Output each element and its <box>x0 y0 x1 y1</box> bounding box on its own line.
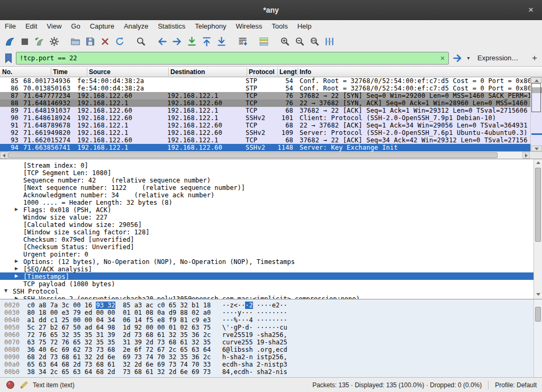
hex-row-0070[interactable]: 0070 63 75 72 76 65 32 35 35 31 39 2d 73… <box>4 339 542 346</box>
packet-row-92[interactable]: 9271.661949820192.168.122.1192.168.122.6… <box>0 129 530 136</box>
detail-row[interactable]: [TCP Segment Len: 1080] <box>0 169 542 176</box>
expression-button[interactable]: Expression… <box>477 50 518 67</box>
hex-row-0060[interactable]: 0060 72 76 65 32 35 35 31 39 2d 73 68 61… <box>4 331 542 339</box>
column-header-info[interactable]: Info <box>300 67 530 77</box>
filter-bookmark-icon[interactable] <box>3 52 14 64</box>
packet-row-90[interactable]: 9071.648618924192.168.122.60192.168.122.… <box>0 114 530 122</box>
find-packet-button[interactable] <box>133 34 148 48</box>
expand-arrow-icon[interactable]: ▶ <box>15 258 23 265</box>
stop-capture-button[interactable] <box>17 34 32 48</box>
colorize-button[interactable] <box>256 34 271 48</box>
scroll-right-arrow[interactable] <box>522 152 530 159</box>
packet-row-94[interactable]: 9471.663856741192.168.122.1192.168.122.6… <box>0 144 530 151</box>
filter-add-button[interactable]: + <box>529 50 540 67</box>
packet-row-88[interactable]: 8871.648146932192.168.122.1192.168.122.6… <box>0 99 530 107</box>
hex-row-00b0[interactable]: 00b0 38 34 2c 65 63 64 68 2d 73 68 61 32… <box>4 368 542 376</box>
hex-row-00a0[interactable]: 00a0 65 63 64 68 2d 73 68 61 32 2d 6e 69… <box>4 361 542 368</box>
detail-row[interactable]: Urgent pointer: 0 <box>0 250 542 258</box>
capture-comment-icon[interactable] <box>19 380 29 390</box>
detail-row[interactable]: Sequence number: 42 (relative sequence n… <box>0 176 542 184</box>
detail-row[interactable]: ▶SSH Version 2 (encryption:chacha20-poly… <box>0 295 542 299</box>
packet-row-87[interactable]: 8771.647777234192.168.122.60192.168.122.… <box>0 92 530 99</box>
scroll-down-arrow[interactable] <box>531 145 542 151</box>
scrollbar-minimap[interactable] <box>531 83 542 145</box>
detail-row[interactable]: [Window size scaling factor: 128] <box>0 228 542 235</box>
menu-go[interactable]: Go <box>66 20 85 33</box>
detail-row[interactable]: Acknowledgment number: 34 (relative ack … <box>0 191 542 198</box>
column-separator[interactable] <box>168 68 169 76</box>
detail-row[interactable]: [Calculated window size: 29056] <box>0 221 542 228</box>
expand-arrow-icon[interactable]: ▶ <box>15 295 23 299</box>
capture-options-button[interactable] <box>47 34 61 48</box>
zoom-in-button[interactable] <box>277 34 292 48</box>
titlebar[interactable]: *any × <box>0 0 542 20</box>
column-separator[interactable] <box>297 68 298 76</box>
column-separator[interactable] <box>277 68 278 76</box>
column-header-destination[interactable]: Destination <box>170 67 246 77</box>
column-separator[interactable] <box>87 68 87 76</box>
column-header-source[interactable]: Source <box>89 67 167 77</box>
detail-row[interactable]: Checksum: 0x79ed [unverified] <box>0 235 542 243</box>
restart-capture-button[interactable] <box>32 34 47 48</box>
save-file-button[interactable] <box>83 34 97 48</box>
reload-button[interactable] <box>112 34 127 48</box>
filter-input[interactable] <box>16 52 449 65</box>
expand-arrow-icon[interactable]: ▶ <box>15 206 23 213</box>
menu-wireless[interactable]: Wireless <box>231 20 267 33</box>
go-last-button[interactable] <box>214 34 229 48</box>
packet-row-93[interactable]: 9371.662015274192.168.122.60192.168.122.… <box>0 136 530 144</box>
filter-dropdown-caret[interactable]: ▾ <box>465 52 472 64</box>
scroll-left-arrow[interactable] <box>0 152 7 159</box>
expert-info-icon[interactable] <box>5 380 15 390</box>
detail-row[interactable]: ▶[Timestamps] <box>0 272 542 280</box>
menu-capture[interactable]: Capture <box>85 20 119 33</box>
menu-tools[interactable]: Tools <box>267 20 292 33</box>
menu-view[interactable]: View <box>42 20 66 33</box>
packet-row-86[interactable]: 8670.013850163fe:54:00:d4:38:2aSTP54Conf… <box>0 85 530 92</box>
close-icon[interactable]: × <box>525 4 537 16</box>
detail-row[interactable]: TCP payload (1080 bytes) <box>0 280 542 287</box>
open-file-button[interactable] <box>68 34 83 48</box>
resize-columns-button[interactable] <box>322 34 337 48</box>
close-file-button[interactable] <box>97 34 112 48</box>
auto-scroll-button[interactable] <box>235 34 250 48</box>
go-forward-button[interactable] <box>169 34 184 48</box>
start-capture-button[interactable] <box>2 34 17 48</box>
go-first-button[interactable] <box>199 34 214 48</box>
hex-row-0030[interactable]: 0030 80 18 00 e3 79 ed 00 00 01 01 08 0a… <box>4 309 542 316</box>
detail-row[interactable]: [Checksum Status: Unverified] <box>0 243 542 250</box>
packet-list-scrollbar[interactable] <box>530 77 542 151</box>
detail-row[interactable]: ▶Flags: 0x018 (PSH, ACK) <box>0 206 542 213</box>
menu-edit[interactable]: Edit <box>21 20 42 33</box>
menu-analyze[interactable]: Analyze <box>119 20 153 33</box>
menu-file[interactable]: File <box>0 20 21 33</box>
hex-row-0040[interactable]: 0040 a1 dd c1 25 00 00 04 34 06 14 f5 e8… <box>4 316 542 324</box>
column-separator[interactable] <box>51 68 51 76</box>
menu-telephony[interactable]: Telephony <box>190 20 231 33</box>
expand-arrow-icon[interactable]: ▼ <box>4 287 13 295</box>
filter-apply-button[interactable] <box>452 52 464 64</box>
column-separator[interactable] <box>247 68 247 76</box>
column-header-length[interactable]: Length <box>279 67 297 77</box>
detail-row[interactable]: [Stream index: 0] <box>0 161 542 169</box>
column-header-protocol[interactable]: Protocol <box>249 67 276 77</box>
hex-row-0090[interactable]: 0090 68 2d 73 68 61 32 2d 6e 69 73 74 70… <box>4 353 542 361</box>
detail-row[interactable]: ▼SSH Protocol <box>0 287 542 295</box>
bytes-scrollbar-thumb[interactable] <box>535 307 541 322</box>
scrollbar-thumb[interactable] <box>531 83 541 112</box>
detail-row[interactable]: ▶[SEQ/ACK analysis] <box>0 265 542 272</box>
expand-arrow-icon[interactable]: ▶ <box>15 272 23 280</box>
bytes-scrollbar[interactable] <box>534 299 542 377</box>
details-scroll-up-arrow[interactable] <box>536 161 540 164</box>
profile-label[interactable]: Profile: Default <box>495 381 537 389</box>
menu-help[interactable]: Help <box>293 20 317 33</box>
detail-row[interactable]: ▶Options: (12 bytes), No-Operation (NOP)… <box>0 258 542 265</box>
go-to-packet-button[interactable] <box>184 34 199 48</box>
detail-row[interactable]: Window size value: 227 <box>0 213 542 221</box>
detail-row[interactable]: 1000 .... = Header Length: 32 bytes (8) <box>0 198 542 206</box>
menu-statistics[interactable]: Statistics <box>153 20 190 33</box>
packet-row-91[interactable]: 9171.648789678192.168.122.1192.168.122.6… <box>0 122 530 129</box>
hex-row-0050[interactable]: 0050 5c 27 b2 67 50 ad 64 98 1d 92 00 00… <box>4 324 542 331</box>
go-back-button[interactable] <box>155 34 169 48</box>
zoom-out-button[interactable] <box>292 34 307 48</box>
